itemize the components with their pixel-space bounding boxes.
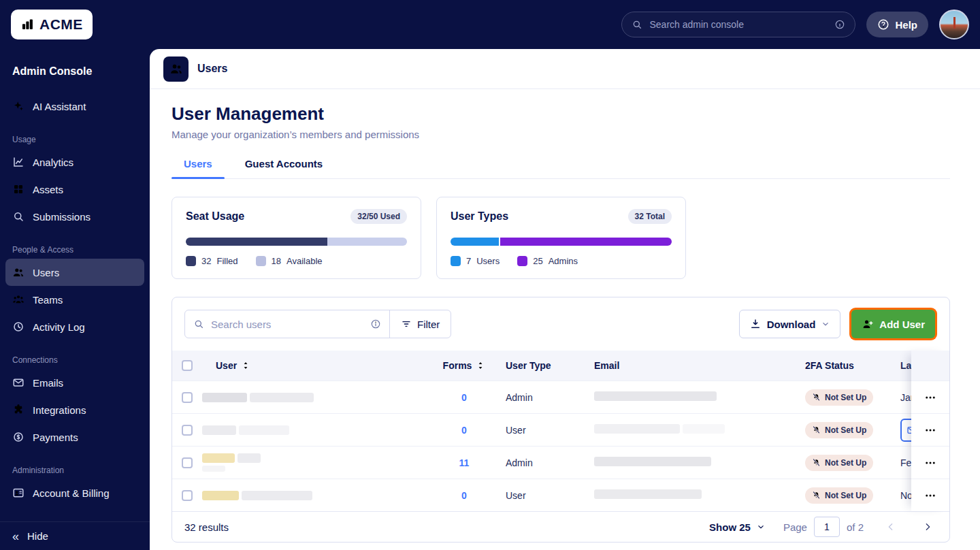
sidebar-item-submissions[interactable]: Submissions bbox=[5, 203, 144, 230]
user-type-cell: Admin bbox=[506, 457, 594, 468]
row-checkbox[interactable] bbox=[182, 490, 193, 501]
forms-count-link[interactable]: 0 bbox=[461, 490, 467, 501]
user-avatar[interactable] bbox=[939, 10, 969, 39]
filter-icon bbox=[401, 319, 412, 329]
avatar-image bbox=[953, 17, 956, 29]
page-label: Page bbox=[783, 521, 807, 533]
table-row[interactable]: 0 User Not Set Up bbox=[172, 413, 949, 446]
kebab-icon bbox=[924, 457, 936, 469]
column-header-forms[interactable]: Forms bbox=[443, 360, 472, 371]
sidebar-item-ai-assistant[interactable]: AI Assistant bbox=[0, 93, 150, 120]
redacted-email bbox=[594, 457, 805, 468]
legend-swatch bbox=[256, 256, 266, 266]
next-page-button[interactable] bbox=[918, 517, 937, 536]
table-row[interactable]: 11 Admin Not Set Up Feb bbox=[172, 446, 949, 479]
seat-filled-segment bbox=[186, 238, 327, 246]
row-actions-button[interactable] bbox=[920, 387, 941, 408]
chevron-right-icon bbox=[922, 521, 933, 532]
panel-header: Users bbox=[150, 49, 980, 89]
sidebar-item-label: Activity Log bbox=[33, 321, 85, 333]
add-user-label: Add User bbox=[879, 319, 925, 330]
previous-page-button[interactable] bbox=[881, 517, 900, 536]
users-table-container: Filter Download Add User bbox=[172, 297, 950, 543]
tfa-status-badge: Not Set Up bbox=[805, 422, 873, 438]
chevron-down-icon bbox=[821, 319, 830, 329]
filter-button[interactable]: Filter bbox=[390, 310, 451, 338]
sidebar-item-account-billing[interactable]: Account & Billing bbox=[5, 479, 144, 506]
actions-column-header bbox=[911, 351, 949, 381]
admin-search bbox=[621, 12, 855, 37]
chevron-left-icon bbox=[885, 521, 896, 532]
row-actions-button[interactable] bbox=[920, 453, 941, 473]
seat-available-segment bbox=[327, 238, 407, 246]
sidebar-item-label: AI Assistant bbox=[33, 101, 86, 112]
sort-icon[interactable] bbox=[241, 361, 250, 370]
info-icon[interactable] bbox=[834, 19, 845, 30]
bell-slash-icon bbox=[812, 458, 821, 467]
chevron-down-icon bbox=[756, 522, 766, 532]
download-button[interactable]: Download bbox=[739, 310, 841, 338]
acme-logo[interactable]: ACME bbox=[11, 10, 93, 39]
row-checkbox[interactable] bbox=[182, 457, 193, 468]
info-icon[interactable] bbox=[370, 319, 381, 329]
tfa-status-badge: Not Set Up bbox=[805, 389, 873, 406]
tab-guest-accounts[interactable]: Guest Accounts bbox=[233, 158, 335, 178]
tfa-status-badge: Not Set Up bbox=[805, 487, 873, 504]
table-header-row: User Forms User Type Email 2FA Status La… bbox=[172, 351, 949, 381]
sidebar-item-label: Users bbox=[33, 267, 59, 278]
admin-search-input[interactable] bbox=[649, 19, 828, 30]
user-types-bar bbox=[451, 238, 672, 246]
help-button[interactable]: Help bbox=[866, 12, 928, 37]
envelope-icon bbox=[12, 376, 24, 389]
sidebar-item-payments[interactable]: Payments bbox=[5, 423, 144, 451]
users-header-icon bbox=[163, 56, 189, 82]
sidebar-item-label: Integrations bbox=[33, 404, 86, 416]
user-search-input[interactable] bbox=[211, 319, 363, 330]
row-actions-button[interactable] bbox=[920, 485, 941, 506]
sort-icon[interactable] bbox=[476, 361, 485, 370]
double-chevron-left-icon: « bbox=[12, 530, 19, 543]
legend-available: 18 Available bbox=[256, 256, 323, 266]
panel-header-title: Users bbox=[197, 63, 227, 75]
column-header-user[interactable]: User bbox=[216, 360, 237, 371]
sidebar-item-emails[interactable]: Emails bbox=[5, 369, 144, 396]
tab-users[interactable]: Users bbox=[172, 158, 225, 178]
forms-count-link[interactable]: 11 bbox=[459, 457, 470, 468]
row-checkbox[interactable] bbox=[182, 392, 193, 403]
add-user-button[interactable]: Add User bbox=[851, 310, 935, 338]
sidebar-item-analytics[interactable]: Analytics bbox=[5, 148, 144, 176]
summary-cards: Seat Usage 32/50 Used 32 Filled 18 bbox=[172, 197, 950, 279]
select-all-checkbox[interactable] bbox=[182, 360, 193, 371]
sidebar-section-usage: Usage bbox=[0, 135, 150, 144]
sidebar-item-integrations[interactable]: Integrations bbox=[5, 396, 144, 423]
page-title: User Management bbox=[172, 103, 950, 125]
table-footer: 32 results Show 25 Page of 2 bbox=[172, 511, 949, 542]
row-actions-button[interactable] bbox=[920, 420, 941, 440]
kebab-icon bbox=[924, 391, 936, 404]
table-row[interactable]: 0 User Not Set Up Nov bbox=[172, 479, 949, 511]
user-types-badge: 32 Total bbox=[628, 209, 672, 224]
sidebar-hide-button[interactable]: « Hide bbox=[0, 521, 150, 550]
forms-count-link[interactable]: 0 bbox=[461, 425, 467, 436]
forms-count-link[interactable]: 0 bbox=[461, 392, 467, 403]
search-icon bbox=[12, 210, 24, 223]
topbar: ACME Help bbox=[0, 0, 980, 49]
search-icon bbox=[193, 319, 204, 329]
sidebar-item-assets[interactable]: Assets bbox=[5, 176, 144, 203]
sidebar-item-teams[interactable]: Teams bbox=[5, 286, 144, 313]
users-segment bbox=[451, 238, 499, 246]
user-type-cell: Admin bbox=[506, 392, 594, 403]
page-number-input[interactable] bbox=[814, 517, 840, 537]
card-title: User Types bbox=[451, 210, 508, 223]
sidebar-item-users[interactable]: Users bbox=[5, 259, 144, 286]
legend-admins: 25 Admins bbox=[517, 256, 578, 266]
legend-users: 7 Users bbox=[451, 256, 500, 266]
sidebar-item-activity-log[interactable]: Activity Log bbox=[5, 313, 144, 340]
table-row[interactable]: 0 Admin Not Set Up Jan bbox=[172, 381, 949, 413]
row-checkbox[interactable] bbox=[182, 425, 193, 436]
search-icon bbox=[632, 19, 642, 30]
question-circle-icon bbox=[877, 18, 889, 31]
page-size-select[interactable]: Show 25 bbox=[709, 521, 766, 533]
filter-label: Filter bbox=[417, 319, 440, 330]
line-chart-icon bbox=[12, 156, 24, 168]
